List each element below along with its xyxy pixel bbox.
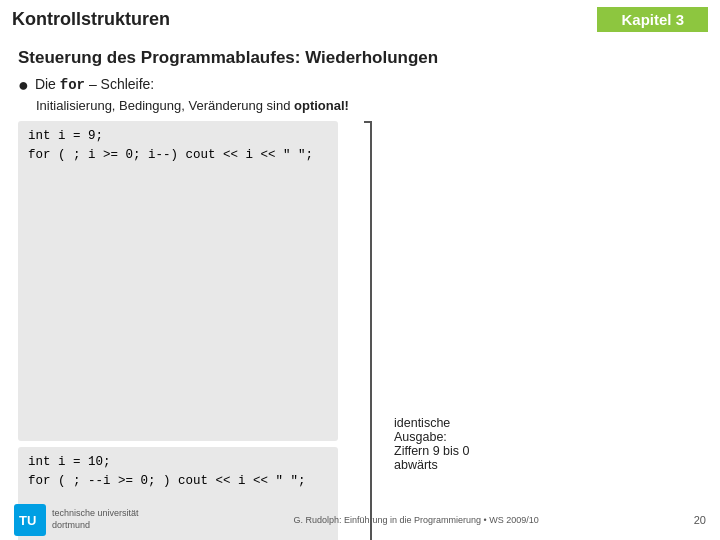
code-sections: int i = 9; for ( ; i >= 0; i--) cout << … [18, 121, 702, 540]
bullet-text: Die for – Schleife: [35, 76, 154, 93]
note-label-ausgabe: Ausgabe: [394, 430, 470, 444]
footer-citation: G. Rudolph: Einführung in die Programmie… [139, 515, 694, 525]
tu-logo-icon: TU [14, 504, 46, 536]
bullet-item: ● Die for – Schleife: [18, 76, 702, 94]
header: Kontrollstrukturen Kapitel 3 [0, 0, 720, 38]
footer-uni-text: technische universität dortmund [52, 508, 139, 531]
main-content: Steuerung des Programmablaufes: Wiederho… [0, 38, 720, 540]
footer-page: 20 [694, 514, 706, 526]
section-title: Steuerung des Programmablaufes: Wiederho… [18, 48, 702, 68]
footer-logo: TU technische universität dortmund [14, 504, 139, 536]
code-note-1-2: identische Ausgabe: Ziffern 9 bis 0 abwä… [384, 412, 480, 476]
bullet-dot: ● [18, 76, 29, 94]
footer: TU technische universität dortmund G. Ru… [0, 504, 720, 536]
sub-text: Initialisierung, Bedingung, Veränderung … [36, 98, 702, 113]
note-label-abwarts: abwärts [394, 458, 470, 472]
keyword-for: for [60, 77, 85, 93]
svg-text:TU: TU [19, 513, 36, 528]
page-title: Kontrollstrukturen [12, 9, 597, 30]
note-label-ziffern: Ziffern 9 bis 0 [394, 444, 470, 458]
note-label-identische: identische [394, 416, 470, 430]
code-block-1: int i = 9; for ( ; i >= 0; i--) cout << … [18, 121, 338, 441]
chapter-badge: Kapitel 3 [597, 7, 708, 32]
optional-text: optional! [294, 98, 349, 113]
